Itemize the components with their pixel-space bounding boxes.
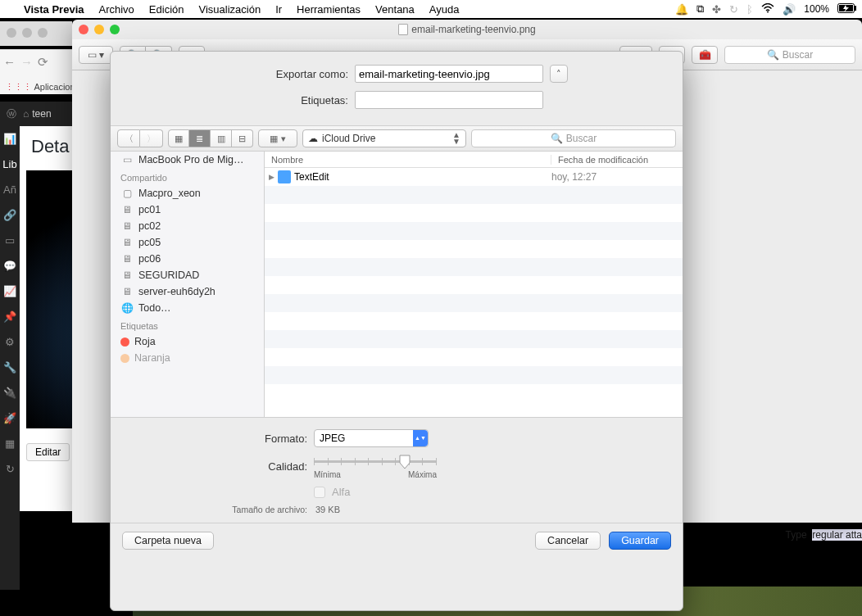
- wrench-icon[interactable]: 🔧: [0, 355, 20, 380]
- markup-button[interactable]: 🧰: [692, 46, 718, 64]
- dropbox-icon[interactable]: ⧉: [696, 2, 704, 16]
- nav-fwd-button[interactable]: 〉: [140, 129, 163, 147]
- new-folder-button[interactable]: Carpeta nueva: [122, 532, 214, 550]
- stats-icon[interactable]: 📈: [0, 279, 20, 304]
- export-as-label: Exportar como:: [225, 68, 348, 80]
- nav-back-button[interactable]: 〈: [117, 129, 140, 147]
- sidebar-shared-item[interactable]: 🖥pc02: [111, 218, 264, 234]
- location-popup[interactable]: ☁︎ iCloud Drive ▲▼: [302, 129, 466, 147]
- zoom-icon[interactable]: [110, 25, 120, 34]
- lib-icon[interactable]: Lib: [0, 152, 20, 177]
- menu-app[interactable]: Vista Previa: [16, 3, 91, 16]
- tag-dot-icon: [120, 337, 129, 346]
- menu-window[interactable]: Ventana: [368, 3, 422, 16]
- sync-icon[interactable]: ↻: [0, 456, 20, 482]
- quality-slider[interactable]: [314, 454, 437, 469]
- timemachine-icon[interactable]: ↻: [729, 3, 738, 16]
- minimize-icon[interactable]: [94, 25, 104, 34]
- save-button[interactable]: Guardar: [609, 532, 671, 550]
- sidebar-toggle-button[interactable]: ▭ ▾: [79, 46, 113, 64]
- home-icon[interactable]: ⌂: [23, 108, 32, 120]
- sidebar-device[interactable]: ▭MacBook Pro de Mig…: [111, 152, 264, 168]
- cancel-button[interactable]: Cancelar: [535, 532, 601, 550]
- view-columns-button[interactable]: ▥: [211, 129, 232, 147]
- sidebar-tag-item[interactable]: Roja: [111, 333, 264, 350]
- tags-input[interactable]: [355, 91, 543, 109]
- file-type-value: regular atta: [812, 529, 862, 541]
- comment-icon[interactable]: 💬: [0, 253, 20, 279]
- menu-tools[interactable]: Herramientas: [289, 3, 368, 16]
- collapse-sheet-button[interactable]: ˄: [550, 65, 568, 83]
- alpha-label: Alfa: [332, 486, 350, 498]
- finder-sidebar: ▭MacBook Pro de Mig… Compartido ▢Macpro_…: [111, 152, 265, 417]
- add-icon[interactable]: Añ: [0, 177, 20, 202]
- display-icon: 🖥: [120, 253, 134, 265]
- paw-icon[interactable]: ✤: [712, 3, 721, 16]
- sidebar-header-tags: Etiquetas: [111, 316, 264, 333]
- nav-back-icon[interactable]: ←: [3, 55, 16, 70]
- dash-icon[interactable]: 📊: [0, 126, 20, 152]
- display-icon: ▢: [120, 188, 134, 199]
- edit-image-button[interactable]: Editar: [26, 443, 70, 461]
- sidebar-shared-item[interactable]: ▢Macpro_xeon: [111, 185, 264, 202]
- export-sheet: Exportar como: ˄ Etiquetas: 〈 〉 ▦ ≣ ▥ ⊟ …: [110, 51, 683, 611]
- nav-fwd-icon[interactable]: →: [20, 55, 33, 70]
- volume-icon[interactable]: 🔊: [783, 3, 796, 16]
- menu-view[interactable]: Visualización: [191, 3, 268, 16]
- notifications-icon[interactable]: 🔔: [675, 3, 688, 16]
- sidebar-shared-item[interactable]: 🖥pc01: [111, 202, 264, 218]
- pin-icon[interactable]: 📌: [0, 304, 20, 329]
- menu-help[interactable]: Ayuda: [422, 3, 467, 16]
- chevron-updown-icon: ▲▼: [452, 132, 460, 145]
- export-filename-input[interactable]: [355, 65, 543, 83]
- quality-label: Calidad:: [143, 460, 307, 473]
- sidebar-shared-item[interactable]: 🖥pc05: [111, 234, 264, 251]
- menu-edit[interactable]: Edición: [142, 3, 192, 16]
- arrange-button[interactable]: ▦ ▾: [258, 129, 297, 147]
- svg-rect-2: [855, 6, 856, 11]
- sidebar-shared-item[interactable]: 🖥server-euh6dy2h: [111, 283, 264, 300]
- format-label: Formato:: [143, 433, 307, 445]
- sidebar-shared-item[interactable]: 🖥pc06: [111, 251, 264, 267]
- filesize-label: Tamaño de archivo:: [143, 505, 307, 514]
- wp-logo-icon[interactable]: ⓦ: [0, 107, 23, 121]
- battery-icon[interactable]: [837, 3, 857, 16]
- document-icon: [398, 24, 408, 35]
- laptop-icon: ▭: [120, 154, 134, 165]
- finder-toolbar: 〈 〉 ▦ ≣ ▥ ⊟ ▦ ▾ ☁︎ iCloud Drive ▲▼ 🔍 Bus…: [111, 125, 683, 152]
- page-icon[interactable]: ▭: [0, 228, 20, 253]
- sidebar-shared-all[interactable]: 🌐Todo…: [111, 300, 264, 316]
- gear-icon[interactable]: ⚙: [0, 329, 20, 355]
- column-name[interactable]: Nombre: [265, 155, 551, 165]
- rocket-icon[interactable]: 🚀: [0, 405, 20, 431]
- slider-thumb-icon[interactable]: [398, 455, 411, 469]
- battery-percent[interactable]: 100%: [804, 3, 829, 15]
- view-coverflow-button[interactable]: ⊟: [232, 129, 253, 147]
- plugin-icon[interactable]: 🔌: [0, 380, 20, 405]
- menu-go[interactable]: Ir: [268, 3, 289, 16]
- format-select[interactable]: JPEG ▲▼: [314, 429, 429, 447]
- nav-reload-icon[interactable]: ⟳: [38, 55, 48, 70]
- wp-site-name[interactable]: teen: [32, 108, 51, 120]
- wifi-icon[interactable]: [761, 3, 774, 16]
- wp-sidebar: 📊 Lib Añ 🔗 ▭ 💬 📈 📌 ⚙ 🔧 🔌 🚀 ▦ ↻: [0, 126, 20, 590]
- close-icon[interactable]: [79, 25, 88, 34]
- menu-file[interactable]: Archivo: [91, 3, 141, 16]
- view-icons-button[interactable]: ▦: [168, 129, 189, 147]
- file-type-label: Type: [786, 529, 807, 541]
- sidebar-header-shared: Compartido: [111, 168, 264, 185]
- file-row[interactable]: ▶ TextEdit hoy, 12:27: [265, 168, 683, 186]
- display-icon: 🖥: [120, 204, 134, 215]
- tags-label: Etiquetas:: [225, 94, 348, 106]
- sidebar-shared-item[interactable]: 🖥SEGURIDAD: [111, 267, 264, 283]
- bluetooth-icon[interactable]: ᛒ: [746, 3, 753, 16]
- finder-search[interactable]: 🔍 Buscar: [471, 129, 676, 147]
- chart-icon[interactable]: ▦: [0, 431, 20, 456]
- preview-search[interactable]: 🔍 Buscar: [724, 46, 855, 64]
- column-date[interactable]: Fecha de modificación: [551, 155, 683, 165]
- file-date: hoy, 12:27: [551, 171, 683, 183]
- view-list-button[interactable]: ≣: [189, 129, 211, 147]
- disclosure-triangle-icon[interactable]: ▶: [265, 173, 278, 181]
- sidebar-tag-item[interactable]: Naranja: [111, 350, 264, 366]
- link-icon[interactable]: 🔗: [0, 202, 20, 228]
